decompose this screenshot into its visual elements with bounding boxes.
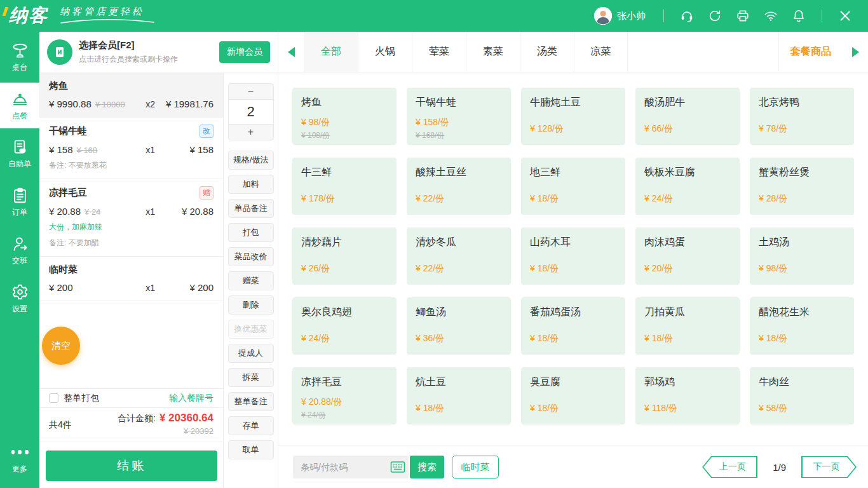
- wifi-icon[interactable]: [764, 9, 778, 23]
- menu-card[interactable]: 牛肉丝 ¥ 58/份: [750, 367, 854, 424]
- sidebar-item-tables[interactable]: 桌台: [0, 34, 39, 80]
- enter-table-number-link[interactable]: 输入餐牌号: [169, 393, 214, 404]
- support-icon[interactable]: [680, 9, 694, 23]
- order-item-badge[interactable]: 改: [200, 125, 214, 138]
- sidebar-item-shift-handover[interactable]: 交班: [0, 227, 39, 273]
- sidebar-item-more[interactable]: 更多: [0, 436, 39, 482]
- category-scroll-left-icon[interactable]: [278, 32, 304, 72]
- user-name[interactable]: 张小帅: [617, 10, 646, 22]
- menu-card[interactable]: 郭场鸡 ¥ 118/份: [635, 367, 740, 424]
- search-button[interactable]: 搜索: [410, 456, 444, 478]
- menu-card[interactable]: 鲫鱼汤 ¥ 36/份: [407, 297, 511, 355]
- menu-item-price: ¥ 36/份: [416, 333, 444, 344]
- order-item-price: ¥ 158: [49, 144, 73, 155]
- category-tab-荤菜[interactable]: 荤菜: [412, 32, 466, 72]
- add-member-button[interactable]: 新增会员: [219, 41, 270, 63]
- order-item[interactable]: 烤鱼 ¥ 9990.88¥ 10000x2 ¥ 19981.76: [39, 73, 223, 118]
- original-total: ¥ 20392: [118, 426, 214, 436]
- category-tab-全部[interactable]: 全部: [304, 32, 358, 72]
- sidebar-item-orders[interactable]: 订单: [0, 179, 39, 225]
- temp-dish-button[interactable]: 临时菜: [452, 456, 499, 478]
- quantity-minus-button[interactable]: −: [228, 83, 274, 100]
- order-item[interactable]: 干锅牛蛙改 ¥ 158¥ 168x1 ¥ 158备注: 不要放葱花: [39, 118, 223, 179]
- menu-card[interactable]: 奥尔良鸡翅 ¥ 24/份: [292, 297, 397, 355]
- menu-card[interactable]: 刀拍黄瓜 ¥ 18/份: [635, 297, 740, 355]
- menu-card[interactable]: 肉沫鸡蛋 ¥ 20/份: [635, 227, 740, 285]
- menu-item-name: 山药木耳: [530, 236, 616, 249]
- menu-card[interactable]: 清炒冬瓜 ¥ 22/份: [407, 227, 511, 285]
- menu-item-price: ¥ 20.88/份: [301, 396, 342, 408]
- menu-card[interactable]: 土鸡汤 ¥ 98/份: [750, 227, 854, 285]
- keyboard-icon[interactable]: [390, 461, 405, 473]
- menu-item-name: 酸汤肥牛: [644, 96, 731, 109]
- menu-card[interactable]: 北京烤鸭 ¥ 78/份: [750, 88, 854, 145]
- action-button-删除[interactable]: 删除: [228, 295, 274, 315]
- action-button-规格/做法[interactable]: 规格/做法: [228, 151, 274, 170]
- action-button-存单[interactable]: 存单: [228, 416, 274, 435]
- menu-card[interactable]: 清炒藕片 ¥ 26/份: [292, 227, 397, 285]
- action-button-赠菜[interactable]: 赠菜: [228, 271, 274, 290]
- menu-card[interactable]: 醋泡花生米 ¥ 18/份: [750, 297, 854, 355]
- action-button-菜品改价[interactable]: 菜品改价: [228, 247, 274, 266]
- quantity-plus-button[interactable]: +: [228, 124, 274, 140]
- clear-order-button[interactable]: 清空: [42, 327, 80, 365]
- member-card-icon: [47, 39, 72, 65]
- action-button-拆菜[interactable]: 拆菜: [228, 368, 274, 387]
- menu-card[interactable]: 牛三鲜 ¥ 178/份: [292, 158, 397, 215]
- category-tab-素菜[interactable]: 素菜: [466, 32, 520, 72]
- menu-item-price: ¥ 98/份: [759, 263, 787, 274]
- category-tab-汤类[interactable]: 汤类: [520, 32, 574, 72]
- menu-card[interactable]: 铁板米豆腐 ¥ 24/份: [635, 158, 740, 215]
- next-page-button[interactable]: 下一页: [801, 456, 857, 478]
- menu-card[interactable]: 臭豆腐 ¥ 18/份: [521, 367, 625, 424]
- menu-card[interactable]: 干锅牛蛙 ¥ 158/份¥ 168/份: [407, 88, 511, 145]
- sidebar-item-ordering[interactable]: 点餐: [0, 83, 39, 128]
- sidebar-item-settings[interactable]: 设置: [0, 276, 39, 322]
- menu-item-name: 奥尔良鸡翅: [301, 306, 388, 319]
- total-label: 合计金额:: [118, 413, 156, 424]
- action-button-加料[interactable]: 加料: [228, 175, 274, 194]
- pack-all-checkbox[interactable]: [49, 393, 58, 403]
- bell-icon[interactable]: [792, 9, 806, 23]
- order-item[interactable]: 临时菜 ¥ 200x1 ¥ 200: [39, 257, 223, 301]
- menu-card[interactable]: 地三鲜 ¥ 18/份: [521, 158, 625, 215]
- menu-card[interactable]: 凉拌毛豆 ¥ 20.88/份¥ 24/份: [292, 367, 397, 424]
- menu-card[interactable]: 蟹黄粉丝煲 ¥ 28/份: [750, 158, 854, 215]
- tab-combo-products[interactable]: 套餐商品: [778, 32, 843, 72]
- action-button-提成人[interactable]: 提成人: [228, 344, 274, 363]
- action-button-整单备注[interactable]: 整单备注: [228, 392, 274, 411]
- menu-card[interactable]: 酸汤肥牛 ¥ 66/份: [635, 88, 740, 145]
- sidebar-item-self-order[interactable]: 自助单: [0, 131, 39, 177]
- order-item-badge[interactable]: 赠: [200, 186, 214, 200]
- order-item-name: 凉拌毛豆: [49, 187, 87, 199]
- menu-card[interactable]: 酸辣土豆丝 ¥ 22/份: [407, 158, 511, 215]
- menu-item-name: 铁板米豆腐: [644, 166, 731, 179]
- category-scroll-right-icon[interactable]: [843, 32, 868, 72]
- menu-item-name: 番茄鸡蛋汤: [530, 306, 616, 319]
- category-tab-火锅[interactable]: 火锅: [358, 32, 412, 72]
- action-button-打包[interactable]: 打包: [228, 223, 274, 242]
- menu-card[interactable]: 牛腩炖土豆 ¥ 128/份: [521, 88, 625, 145]
- menu-card[interactable]: 炕土豆 ¥ 18/份: [407, 367, 511, 424]
- menu-card[interactable]: 烤鱼 ¥ 98/份¥ 108/份: [292, 88, 397, 145]
- order-item[interactable]: 凉拌毛豆赠 ¥ 20.88¥ 24x1 ¥ 20.88大份，加麻加辣备注: 不要…: [39, 179, 223, 257]
- action-button-单品备注[interactable]: 单品备注: [228, 199, 274, 218]
- sync-icon[interactable]: [708, 9, 722, 23]
- prev-page-button[interactable]: 上一页: [702, 456, 757, 478]
- category-tab-凉菜[interactable]: 凉菜: [574, 32, 628, 72]
- menu-item-name: 地三鲜: [530, 166, 616, 179]
- menu-card[interactable]: 番茄鸡蛋汤 ¥ 18/份: [521, 297, 625, 355]
- avatar[interactable]: [594, 7, 612, 25]
- menu-card[interactable]: 山药木耳 ¥ 18/份: [521, 227, 625, 285]
- order-item-name: 干锅牛蛙: [49, 125, 87, 137]
- menu-item-name: 土鸡汤: [759, 236, 845, 249]
- member-bar[interactable]: 选择会员[F2] 点击进行会员搜索或刷卡操作 新增会员: [39, 32, 278, 72]
- menu-panel: 全部火锅荤菜素菜汤类凉菜 套餐商品 烤鱼 ¥ 98/份¥ 108/份干锅牛蛙 ¥…: [278, 32, 868, 488]
- action-button-取单[interactable]: 取单: [228, 440, 274, 459]
- printer-icon[interactable]: [736, 9, 750, 23]
- order-column: 烤鱼 ¥ 9990.88¥ 10000x2 ¥ 19981.76干锅牛蛙改 ¥ …: [39, 73, 224, 488]
- checkout-button[interactable]: 结账: [46, 451, 217, 481]
- menu-item-original-price: ¥ 108/份: [301, 130, 330, 141]
- next-page-label: 下一页: [801, 456, 857, 478]
- close-icon[interactable]: [838, 9, 852, 23]
